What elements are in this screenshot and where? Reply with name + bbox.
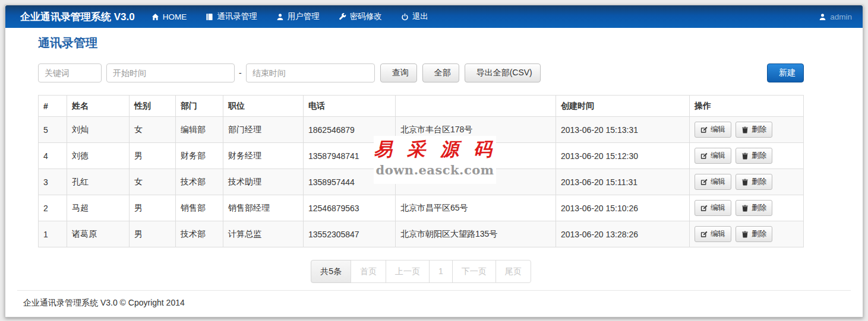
delete-button-label: 删除	[752, 177, 766, 187]
nav-item-label: 用户管理	[288, 11, 320, 22]
new-record-button[interactable]: 新建	[767, 63, 804, 82]
cell-actions: 编辑删除	[690, 221, 804, 247]
edit-icon	[700, 152, 708, 160]
delete-button-label: 删除	[752, 203, 766, 213]
edit-button[interactable]: 编辑	[695, 200, 731, 216]
column-header: 部门	[176, 96, 223, 117]
watermark-text: 易 采 源 码	[374, 136, 496, 162]
trash-icon	[741, 126, 749, 134]
cell-name: 刘德	[67, 143, 130, 169]
cell-created: 2013-06-20 13:28:26	[556, 221, 690, 247]
edit-button[interactable]: 编辑	[695, 148, 731, 164]
wrench-icon	[339, 13, 346, 21]
cell-id: 1	[39, 221, 67, 247]
filter-toolbar: - 查询 全部 导出全部(CSV) 新建	[38, 63, 804, 82]
pagination-summary: 共5条	[311, 260, 351, 283]
cell-created: 2013-06-20 15:12:30	[556, 143, 690, 169]
pagination-link[interactable]: 首页	[351, 260, 386, 283]
search-button[interactable]: 查询	[380, 63, 417, 82]
cell-phone: 13552305847	[304, 221, 396, 247]
top-navbar: 企业通讯录管理系统 V3.0 HOME通讯录管理用户管理密码修改退出 admin	[5, 5, 863, 28]
nav-item-label: HOME	[163, 12, 187, 21]
nav-item-label: 退出	[412, 11, 428, 22]
delete-button[interactable]: 删除	[736, 200, 772, 216]
show-all-button[interactable]: 全部	[422, 63, 459, 82]
edit-button[interactable]: 编辑	[695, 226, 731, 242]
cell-position: 技术助理	[223, 169, 304, 195]
table-row: 2马超男销售部销售部经理12546879563北京市昌平区65号2013-06-…	[39, 195, 804, 221]
navbar-menu: HOME通讯录管理用户管理密码修改退出	[151, 11, 428, 22]
cell-id: 2	[39, 195, 67, 221]
nav-item-密码修改[interactable]: 密码修改	[339, 11, 382, 22]
export-csv-button-label: 导出全部(CSV)	[476, 68, 532, 78]
delete-button[interactable]: 删除	[736, 122, 772, 138]
cell-actions: 编辑删除	[690, 143, 804, 169]
trash-icon	[741, 205, 749, 212]
cell-gender: 女	[130, 117, 176, 143]
column-header: 创建时间	[556, 96, 690, 117]
cell-department: 技术部	[176, 169, 223, 195]
delete-button[interactable]: 删除	[736, 148, 772, 164]
pagination-link[interactable]: 下一页	[452, 260, 496, 283]
cell-created: 2013-06-20 15:11:31	[556, 169, 690, 195]
trash-icon	[741, 179, 749, 186]
navbar-user[interactable]: admin	[819, 12, 863, 21]
cell-position: 部门经理	[223, 117, 304, 143]
nav-item-用户管理[interactable]: 用户管理	[276, 11, 320, 22]
export-csv-button[interactable]: 导出全部(CSV)	[465, 63, 541, 82]
edit-icon	[700, 205, 708, 212]
trash-icon	[741, 152, 749, 160]
keyword-input[interactable]	[38, 63, 102, 82]
cell-gender: 男	[130, 143, 176, 169]
cell-address: 北京市昌平区65号	[396, 195, 556, 221]
column-header: 性别	[130, 96, 176, 117]
edit-icon	[700, 126, 708, 134]
cell-actions: 编辑删除	[690, 169, 804, 195]
cell-department: 销售部	[176, 195, 223, 221]
nav-item-通讯录管理[interactable]: 通讯录管理	[206, 11, 257, 22]
nav-item-home[interactable]: HOME	[151, 12, 187, 21]
nav-item-label: 密码修改	[350, 11, 382, 22]
edit-icon	[700, 179, 708, 186]
delete-button-label: 删除	[752, 229, 766, 239]
cell-name: 刘灿	[67, 117, 130, 143]
edit-button-label: 编辑	[711, 151, 725, 161]
power-icon	[401, 13, 409, 21]
page-title: 通讯录管理	[38, 35, 804, 50]
pagination-link[interactable]: 尾页	[495, 260, 531, 283]
cell-created: 2013-06-20 15:13:31	[556, 117, 690, 143]
column-header: 电话	[304, 96, 396, 117]
cell-name: 孔红	[67, 169, 130, 195]
edit-button[interactable]: 编辑	[695, 122, 731, 138]
pagination-link[interactable]: 1	[429, 260, 453, 283]
page-footer: 企业通讯录管理系统 V3.0 © Cpoyright 2014	[17, 290, 851, 311]
footer-copyright: 企业通讯录管理系统 V3.0 © Cpoyright 2014	[23, 298, 185, 307]
column-header: 姓名	[67, 96, 130, 117]
cell-id: 4	[39, 143, 67, 169]
trash-icon	[741, 231, 749, 238]
cell-id: 3	[39, 169, 67, 195]
person-icon	[819, 13, 826, 21]
table-header-row: #姓名性别部门职位电话创建时间操作	[39, 96, 804, 117]
column-header	[396, 96, 556, 117]
cell-name: 诸葛原	[67, 221, 130, 247]
pagination-wrap: 共5条首页上一页1下一页尾页	[38, 260, 804, 283]
page-card: 企业通讯录管理系统 V3.0 HOME通讯录管理用户管理密码修改退出 admin…	[5, 5, 863, 317]
show-all-button-label: 全部	[434, 68, 451, 78]
delete-button[interactable]: 删除	[736, 174, 772, 190]
edit-button[interactable]: 编辑	[695, 174, 731, 190]
edit-button-label: 编辑	[711, 229, 725, 239]
cell-actions: 编辑删除	[690, 117, 804, 143]
home-icon	[151, 13, 159, 21]
end-time-input[interactable]	[246, 63, 375, 82]
column-header: 职位	[223, 96, 304, 117]
start-time-input[interactable]	[106, 63, 235, 82]
edit-button-label: 编辑	[711, 203, 725, 213]
pagination-link[interactable]: 上一页	[386, 260, 430, 283]
nav-item-退出[interactable]: 退出	[401, 11, 428, 22]
delete-button[interactable]: 删除	[736, 226, 772, 242]
user-icon	[276, 13, 284, 21]
cell-id: 5	[39, 117, 67, 143]
cell-department: 编辑部	[176, 117, 223, 143]
cell-name: 马超	[67, 195, 130, 221]
